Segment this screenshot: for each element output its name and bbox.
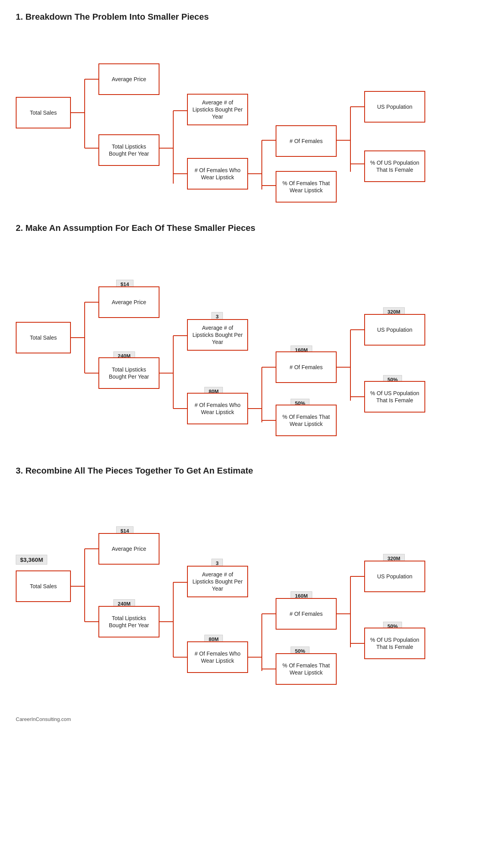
us-population-box-1: US Population [364,91,425,123]
pct-females-box-3: % Of Females That Wear Lipstick [276,653,337,685]
pct-females-wear-box-1: % Of Females That Wear Lipstick [276,171,337,203]
total-sales-box-2: Total Sales [16,322,71,353]
section-2: 2. Make An Assumption For Each Of These … [16,223,488,442]
section-3-title: 3. Recombine All The Pieces Together To … [16,466,488,476]
footer: CareerInConsulting.com [16,716,488,722]
total-lipsticks-box-2: Total Lipsticks Bought Per Year [98,357,159,389]
num-females-box-3: # Of Females [276,598,337,630]
section-2-title: 2. Make An Assumption For Each Of These … [16,223,488,233]
total-sales-value-3: $3,360M [16,555,47,565]
avg-lipsticks-box-2: Average # of Lipsticks Bought Per Year [187,319,248,351]
avg-price-box-1: Average Price [98,63,159,95]
num-females-box-1: # Of Females [276,125,337,157]
num-females-box-2: # Of Females [276,351,337,383]
section-1: 1. Breakdown The Problem Into Smaller Pi… [16,12,488,199]
us-population-box-3: US Population [364,561,425,592]
pct-us-female-box-1: % Of US Population That Is Female [364,151,425,182]
section-1-title: 1. Breakdown The Problem Into Smaller Pi… [16,12,488,22]
avg-price-box-2: Average Price [98,286,159,318]
females-wear-box-2: # Of Females Who Wear Lipstick [187,393,248,424]
section-3: 3. Recombine All The Pieces Together To … [16,466,488,693]
total-sales-box-3: Total Sales [16,570,71,602]
pct-females-box-2: % Of Females That Wear Lipstick [276,405,337,436]
avg-lipsticks-box-3: Average # of Lipsticks Bought Per Year [187,566,248,597]
pct-us-female-box-2: % Of US Population That Is Female [364,381,425,412]
total-lipsticks-box-1: Total Lipsticks Bought Per Year [98,134,159,166]
females-wear-box-1: # Of Females Who Wear Lipstick [187,158,248,190]
females-wear-box-3: # Of Females Who Wear Lipstick [187,641,248,673]
total-sales-box-1: Total Sales [16,97,71,128]
total-lipsticks-box-3: Total Lipsticks Bought Per Year [98,606,159,637]
us-population-box-2: US Population [364,314,425,346]
avg-lipsticks-box-1: Average # of Lipsticks Bought Per Year [187,94,248,125]
avg-price-box-3: Average Price [98,533,159,565]
pct-us-female-box-3: % Of US Population That Is Female [364,628,425,659]
